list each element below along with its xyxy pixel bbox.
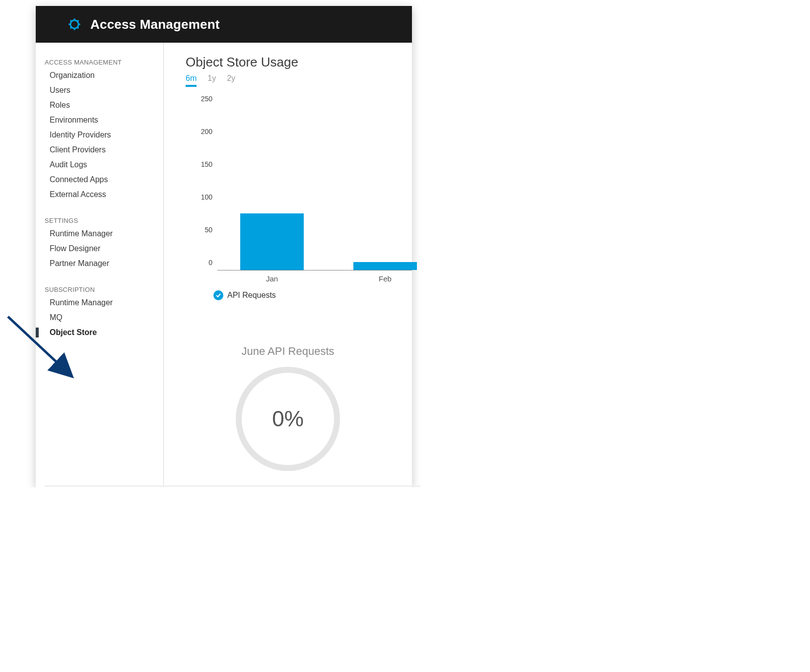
sidebar-item-runtime-manager-settings[interactable]: Runtime Manager	[36, 226, 163, 241]
sidebar-item-partner-manager[interactable]: Partner Manager	[36, 256, 163, 271]
svg-line-8	[70, 27, 71, 28]
svg-point-1	[70, 20, 78, 28]
sidebar-heading-access-management: ACCESS MANAGEMENT	[36, 55, 163, 68]
legend-label: API Requests	[227, 291, 276, 300]
check-icon	[213, 290, 223, 300]
chart-x-axis-line	[217, 270, 412, 270]
page-title: Object Store Usage	[186, 55, 412, 70]
menu-icon[interactable]	[45, 19, 59, 30]
sidebar-item-environments[interactable]: Environments	[36, 113, 163, 128]
chart-legend[interactable]: API Requests	[213, 290, 412, 300]
sidebar-item-mq[interactable]: MQ	[36, 310, 163, 325]
chart-plot-area	[217, 107, 412, 270]
range-tab-6m[interactable]: 6m	[186, 74, 197, 87]
sidebar-item-runtime-manager-subscription[interactable]: Runtime Manager	[36, 295, 163, 310]
gear-icon	[68, 17, 81, 31]
sidebar-heading-settings: SETTINGS	[36, 213, 163, 226]
app-window: Access Management ACCESS MANAGEMENT Orga…	[36, 6, 412, 487]
sidebar-item-organization[interactable]: Organization	[36, 68, 163, 83]
chart-x-label: Jan	[266, 274, 278, 283]
chart-y-axis: 050100150200250	[186, 107, 212, 270]
topbar: Access Management	[36, 6, 412, 43]
body: ACCESS MANAGEMENT Organization Users Rol…	[36, 43, 412, 487]
sidebar: ACCESS MANAGEMENT Organization Users Rol…	[36, 43, 164, 487]
sidebar-item-audit-logs[interactable]: Audit Logs	[36, 157, 163, 172]
sidebar-item-users[interactable]: Users	[36, 83, 163, 98]
chart-bar	[240, 213, 304, 270]
sidebar-item-connected-apps[interactable]: Connected Apps	[36, 172, 163, 187]
sidebar-item-flow-designer[interactable]: Flow Designer	[36, 241, 163, 256]
chart-y-tick: 200	[201, 128, 212, 135]
chart-bar	[353, 262, 417, 270]
range-tab-1y[interactable]: 1y	[207, 74, 216, 87]
svg-line-6	[70, 20, 71, 21]
sidebar-heading-subscription: SUBSCRIPTION	[36, 282, 163, 295]
chart-y-tick: 250	[201, 95, 212, 103]
range-tab-2y[interactable]: 2y	[227, 74, 235, 87]
sidebar-item-identity-providers[interactable]: Identity Providers	[36, 128, 163, 142]
chart-y-tick: 0	[208, 259, 212, 267]
sidebar-item-external-access[interactable]: External Access	[36, 187, 163, 202]
gauge-block: June API Requests 0%	[186, 345, 412, 471]
chart-y-tick: 100	[201, 193, 212, 201]
gauge-value: 0%	[272, 406, 304, 431]
chart-x-label: Feb	[379, 274, 392, 283]
svg-line-9	[77, 20, 78, 21]
sidebar-item-roles[interactable]: Roles	[36, 98, 163, 113]
sidebar-item-object-store[interactable]: Object Store	[36, 325, 163, 340]
svg-line-7	[77, 27, 78, 28]
topbar-title: Access Management	[90, 17, 220, 32]
main-content: Object Store Usage 6m 1y 2y 050100150200…	[164, 43, 412, 487]
chart-x-labels: JanFeb	[217, 274, 412, 286]
gauge-circle: 0%	[236, 367, 340, 471]
range-tabs: 6m 1y 2y	[186, 74, 412, 87]
gauge-title: June API Requests	[186, 345, 390, 358]
chart-y-tick: 150	[201, 160, 212, 168]
sidebar-item-client-providers[interactable]: Client Providers	[36, 142, 163, 157]
usage-bar-chart: 050100150200250 JanFeb	[186, 107, 412, 270]
chart-y-tick: 50	[204, 226, 212, 234]
